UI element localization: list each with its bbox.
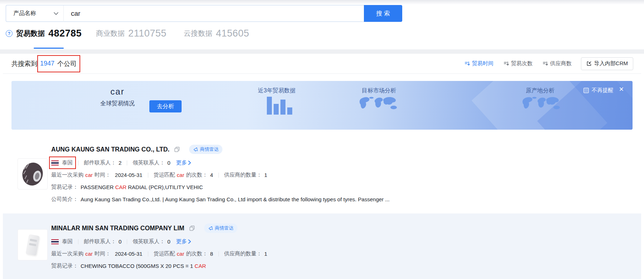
linkedin-contacts-value: 0 bbox=[167, 239, 170, 245]
dismiss-label: 不再提醒 bbox=[592, 87, 613, 94]
results-controls: 贸易时间 贸易次数 供应商数 导入内部CRM bbox=[455, 57, 633, 70]
sort-supplier-count[interactable]: 供应商数 bbox=[543, 60, 572, 67]
search-row: 产品名称 搜 索 bbox=[6, 5, 402, 22]
tab-count: 415605 bbox=[216, 28, 249, 39]
copy-icon[interactable] bbox=[174, 146, 180, 153]
chevron-down-icon bbox=[54, 12, 58, 15]
freight-keyword: car bbox=[177, 251, 184, 257]
company-title-row: AUNG KAUNG SAN TRADING CO., LTD. 商情雷达 bbox=[51, 145, 633, 154]
country-wrap: 泰国 bbox=[51, 159, 73, 166]
analyze-button[interactable]: 去分析 bbox=[149, 100, 182, 112]
tab-count: 482785 bbox=[48, 28, 82, 39]
results-suffix: 个公司 bbox=[57, 59, 77, 68]
banner-keyword-block: car 全球贸易情况 bbox=[97, 87, 138, 107]
thailand-flag-icon bbox=[51, 160, 59, 165]
company-intro-text: Aung Kaung San Trading Co.,Ltd. | Aung K… bbox=[81, 196, 390, 202]
close-icon[interactable]: ✕ bbox=[619, 86, 624, 92]
more-link[interactable]: 更多 bbox=[176, 238, 191, 245]
results-count-wrap: 1947 个公司 bbox=[40, 59, 77, 68]
copy-icon[interactable] bbox=[189, 225, 195, 231]
tab-count: 2110755 bbox=[128, 28, 167, 39]
company-title-row: MINALAR MIN SAN TRADING COMPANY LIM 商情雷达 bbox=[51, 223, 633, 233]
supplier-label: 供应商的数量： bbox=[224, 172, 262, 178]
company-thumbnail[interactable] bbox=[18, 229, 48, 260]
company-stats-row: 最近一次采购 car 时间： 2024-05-31 货运匹配 car 的次数： … bbox=[51, 250, 633, 257]
tab-cloud-search-data[interactable]: 云搜数据 415605 bbox=[184, 28, 249, 39]
help-icon[interactable]: ? bbox=[6, 30, 13, 37]
freight-pre: 货运匹配 bbox=[154, 250, 175, 257]
company-name[interactable]: AUNG KAUNG SAN TRADING CO., LTD. bbox=[51, 146, 169, 153]
top-bar: 产品名称 搜 索 ? 贸易数据 482785 商业数据 2110755 云搜数据… bbox=[0, 0, 644, 49]
results-summary: 共搜索到 1947 个公司 bbox=[11, 59, 77, 68]
company-contact-row: 泰国 邮件联系人： 2 领英联系人： 0 更多 bbox=[51, 159, 633, 166]
purchase-keyword: car bbox=[85, 251, 93, 257]
tab-trade-data[interactable]: 贸易数据 482785 bbox=[16, 28, 82, 39]
freight-count: 4 bbox=[210, 172, 213, 178]
trade-record-text: CHEWING TOBACCO (500GMS X 20 PCS = 1 CAR bbox=[81, 263, 206, 269]
import-crm-button[interactable]: 导入内部CRM bbox=[581, 57, 633, 70]
record-keyword: CAR bbox=[194, 263, 206, 269]
record-keyword: CAR bbox=[115, 184, 126, 190]
dismiss-checkbox[interactable] bbox=[583, 88, 589, 93]
supplier-count: 1 bbox=[264, 251, 267, 257]
search-category-label: 产品名称 bbox=[13, 10, 36, 17]
purchase-post: 时间： bbox=[95, 172, 111, 178]
tab-label: 贸易数据 bbox=[16, 29, 45, 38]
trade-record-label: 贸易记录： bbox=[51, 184, 78, 191]
company-body: MINALAR MIN SAN TRADING COMPANY LIM 商情雷达… bbox=[51, 223, 633, 270]
more-link[interactable]: 更多 bbox=[176, 159, 191, 166]
divider bbox=[218, 251, 219, 256]
divider bbox=[127, 160, 127, 165]
search-button[interactable]: 搜 索 bbox=[364, 5, 402, 22]
import-icon bbox=[586, 61, 592, 66]
email-contacts-label: 邮件联系人： bbox=[84, 159, 116, 166]
trade-record-row: 贸易记录： CHEWING TOBACCO (500GMS X 20 PCS =… bbox=[51, 263, 633, 269]
results-panel: 共搜索到 1947 个公司 贸易时间 贸易次数 供应商数 导入内部C bbox=[3, 54, 641, 279]
divider bbox=[78, 239, 78, 244]
supplier-label: 供应商的数量： bbox=[224, 250, 262, 257]
freight-keyword: car bbox=[177, 172, 184, 178]
linkedin-contacts-label: 领英联系人： bbox=[133, 238, 165, 245]
trade-record-text: PASSENGER CAR RADIAL (PCR),UTILITY VEHIC bbox=[81, 184, 203, 190]
sort-descending-icon bbox=[504, 61, 509, 66]
results-header: 共搜索到 1947 个公司 贸易时间 贸易次数 供应商数 导入内部C bbox=[3, 54, 641, 74]
sort-label: 贸易时间 bbox=[472, 60, 494, 67]
freight-post: 的次数： bbox=[186, 250, 207, 257]
country-name: 泰国 bbox=[62, 159, 73, 166]
tab-label: 云搜数据 bbox=[184, 29, 212, 38]
megaphone-icon bbox=[208, 226, 213, 231]
sort-trade-count[interactable]: 贸易次数 bbox=[504, 60, 533, 67]
active-tab-underline bbox=[34, 48, 64, 49]
purchase-date: 2024-05-31 bbox=[115, 172, 143, 178]
purchase-keyword: car bbox=[85, 172, 93, 178]
country-wrap: 泰国 bbox=[51, 238, 73, 245]
more-label: 更多 bbox=[176, 238, 187, 245]
search-input[interactable] bbox=[64, 5, 364, 21]
linkedin-contacts-label: 领英联系人： bbox=[133, 159, 165, 166]
company-name[interactable]: MINALAR MIN SAN TRADING COMPANY LIM bbox=[51, 225, 184, 232]
chevron-right-icon bbox=[188, 239, 191, 244]
company-stats-row: 最近一次采购 car 时间： 2024-05-31 货运匹配 car 的次数： … bbox=[51, 172, 633, 178]
company-body: AUNG KAUNG SAN TRADING CO., LTD. 商情雷达 泰国… bbox=[51, 145, 633, 203]
tabs-row: ? 贸易数据 482785 商业数据 2110755 云搜数据 415605 bbox=[6, 28, 249, 39]
sort-trade-time[interactable]: 贸易时间 bbox=[465, 60, 494, 67]
trade-analysis-banner: car 全球贸易情况 去分析 近3年贸易数据 目标市场分析 原产地分析 不再提醒 bbox=[11, 81, 633, 130]
company-thumbnail[interactable] bbox=[18, 158, 48, 189]
search-category-select[interactable]: 产品名称 bbox=[6, 5, 63, 21]
top-sheen bbox=[0, 0, 644, 4]
purchase-post: 时间： bbox=[95, 250, 111, 257]
email-contacts-value: 2 bbox=[119, 160, 121, 166]
business-radar-badge[interactable]: 商情雷达 bbox=[189, 145, 222, 154]
tab-business-data[interactable]: 商业数据 2110755 bbox=[96, 28, 167, 39]
dismiss-reminder[interactable]: 不再提醒 bbox=[583, 87, 613, 94]
business-radar-badge[interactable]: 商情雷达 bbox=[204, 223, 237, 233]
banner-subtitle: 全球贸易情况 bbox=[97, 100, 138, 107]
thailand-flag-icon bbox=[51, 239, 59, 244]
megaphone-icon bbox=[193, 147, 198, 152]
trade-record-label: 贸易记录： bbox=[51, 263, 78, 269]
divider bbox=[78, 160, 78, 165]
badge-label: 商情雷达 bbox=[200, 146, 218, 153]
country-name: 泰国 bbox=[62, 238, 73, 245]
purchase-pre: 最近一次采购 bbox=[51, 250, 83, 257]
divider bbox=[127, 239, 127, 244]
